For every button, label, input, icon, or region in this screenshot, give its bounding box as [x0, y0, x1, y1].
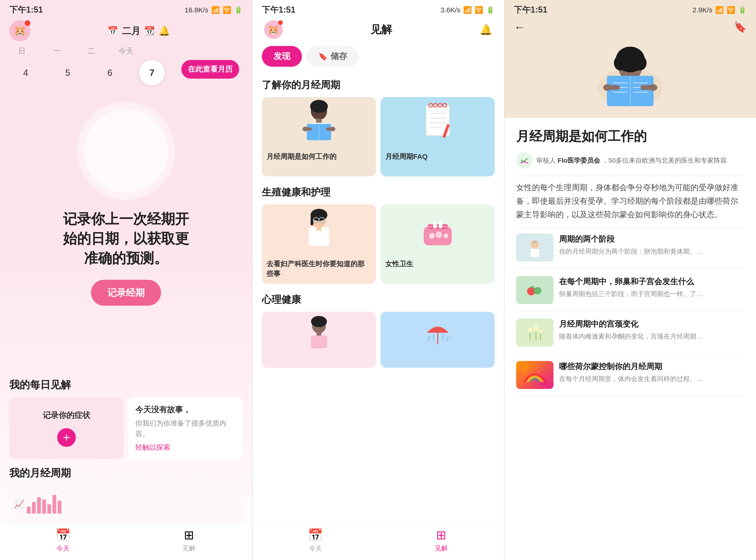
battery-icon-p1: 🔋	[234, 6, 243, 14]
day-tue: 二	[78, 46, 104, 56]
section1-cards: 月经周期是如何工作的	[262, 97, 495, 176]
insights-tabs: 发现 🔖 储存	[253, 44, 504, 72]
week-header: 日 一 二 今天	[0, 46, 252, 60]
nav-insights[interactable]: ⊞ 见解	[126, 528, 252, 553]
section3-title: 心理健康	[262, 293, 495, 306]
network-speed-p2: 3.6K/s	[440, 6, 460, 14]
date-7-today[interactable]: 7	[139, 60, 165, 86]
divider-2	[516, 228, 744, 229]
bar-3	[37, 497, 41, 514]
notebook-illustration	[420, 101, 455, 145]
notification-badge-p1	[25, 20, 30, 26]
main-content: 记录你上一次经期开始的日期，以获取更准确的预测。 记录经期	[0, 88, 252, 373]
svg-point-80	[533, 326, 539, 331]
svg-point-65	[649, 84, 657, 91]
tab-save-label: 储存	[331, 51, 347, 62]
related-item-0[interactable]: 周期的两个阶段 你的月经周期分为两个阶段：卵泡期和黄体期。…	[516, 234, 744, 269]
bar-2	[32, 502, 36, 514]
related-item-2[interactable]: 月经周期中的宫颈变化 随着体内雌激素和孕酮的变化，宫颈在月经周期…	[516, 319, 744, 354]
insights-scroll[interactable]: 了解你的月经周期	[253, 72, 504, 523]
svg-rect-40	[311, 336, 327, 348]
svg-point-82	[539, 329, 542, 333]
nav-insights-p2[interactable]: ⊞ 见解	[378, 528, 504, 553]
tab-save[interactable]: 🔖 储存	[306, 46, 359, 67]
month-nav: 📅 二月 📆 🔔	[35, 24, 243, 37]
related-title-2: 月经周期中的宫颈变化	[559, 319, 744, 330]
no-story-title: 今天没有故事，	[135, 404, 236, 415]
back-button[interactable]: ←	[514, 20, 525, 34]
card2-label: 月经周期FAQ	[381, 148, 495, 165]
article-hero	[504, 34, 756, 118]
mini-bar-chart	[27, 493, 61, 516]
signal-icon-p2: 📶	[463, 6, 472, 14]
time-p2: 下午1:51	[262, 4, 295, 16]
explore-link[interactable]: 轻触以探索	[135, 443, 236, 452]
card-menstrual-cycle[interactable]: 月经周期是如何工作的	[262, 97, 376, 176]
related-desc-1: 卵巢周期包括三个阶段，而子宫周期也一样。了…	[559, 289, 744, 298]
section2-cards: 去看妇产科医生时你要知道的那些事	[262, 204, 495, 284]
status-icons-p3: 2.9K/s 📶 🛜 🔋	[693, 6, 747, 14]
date-5[interactable]: 5	[55, 60, 81, 86]
day-today-label: 今天	[113, 46, 139, 56]
bell-icon-p2[interactable]: 🔔	[479, 24, 492, 36]
doctor-img-0	[523, 237, 546, 258]
main-prediction-text: 记录你上一次经期开始的日期，以获取更准确的预测。	[58, 209, 194, 268]
fruit-img-1	[523, 280, 546, 301]
date-6[interactable]: 6	[97, 60, 123, 86]
rain-illustration	[422, 314, 453, 352]
related-desc-0: 你的月经周期分为两个阶段：卵泡期和黄体期。…	[559, 247, 744, 256]
card-doctor[interactable]: 去看妇产科医生时你要知道的那些事	[262, 204, 376, 284]
related-desc-3: 在每个月经周期里，体内会发生着同样的过程。…	[559, 374, 744, 383]
tab-discover[interactable]: 发现	[262, 46, 302, 67]
related-text-1: 在每个周期中，卵巢和子宫会发生什么 卵巢周期包括三个阶段，而子宫周期也一样。了…	[559, 276, 744, 304]
reviewer-badge	[516, 152, 533, 169]
bell-icon-p1[interactable]: 🔔	[158, 25, 170, 36]
panel-home: 下午1:51 16.8K/s 📶 🛜 🔋 🐹 📅 二月 📆 🔔 日 一 二 今天	[0, 0, 252, 560]
related-item-3[interactable]: 哪些荷尔蒙控制你的月经周期 在每个月经周期里，体内会发生着同样的过程。…	[516, 361, 744, 396]
nav-today[interactable]: 📅 今天	[0, 528, 126, 553]
no-story-card[interactable]: 今天没有故事， 但我们为你准备了很多优质内容。 轻触以探索	[128, 397, 243, 459]
doctor-illustration	[300, 207, 338, 254]
signal-icon-p1: 📶	[211, 6, 220, 14]
today-icon: 📅	[56, 528, 71, 542]
svg-rect-22	[311, 216, 313, 225]
view-calendar-btn[interactable]: 在此查看月历	[181, 60, 239, 79]
related-item-1[interactable]: 在每个周期中，卵巢和子宫会发生什么 卵巢周期包括三个阶段，而子宫周期也一样。了…	[516, 276, 744, 312]
date-4[interactable]: 4	[13, 60, 39, 86]
no-story-body: 但我们为你准备了很多优质内容。	[135, 418, 236, 439]
related-title-0: 周期的两个阶段	[559, 234, 744, 245]
nav-today-p2[interactable]: 📅 今天	[253, 528, 378, 553]
calendar-icon: 📅	[107, 26, 118, 36]
svg-point-9	[330, 127, 335, 132]
svg-rect-36	[439, 221, 442, 228]
card-hygiene[interactable]: 女性卫生	[381, 204, 495, 284]
add-symptom-button[interactable]: +	[57, 428, 76, 447]
related-title-1: 在每个周期中，卵巢和子宫会发生什么	[559, 276, 744, 287]
svg-point-8	[303, 127, 308, 132]
article-body: 女性的每个生理周期，身体都会争分夺秒地为可能的受孕做好准备，即使最后并没有受孕。…	[516, 181, 744, 221]
reviewer-text: 审核人 Flo医学委员会 ，50多位来自欧洲与北美的医生和专家阵容	[536, 156, 727, 165]
wifi-icon-p1: 🛜	[223, 6, 231, 14]
record-period-button[interactable]: 记录经期	[91, 280, 161, 306]
bottom-nav-p1: 📅 今天 ⊞ 见解	[0, 523, 252, 560]
svg-rect-41	[437, 333, 438, 344]
article-content[interactable]: 月经周期是如何工作的 审核人 Flo医学委员会 ，50多位来自欧洲与北美的医生和…	[504, 118, 756, 560]
svg-point-64	[603, 84, 612, 91]
bookmark-button[interactable]: 🔖	[734, 21, 747, 33]
card-mental1-image	[262, 312, 376, 354]
card-mental1[interactable]	[262, 312, 376, 368]
reviewer-org: Flo医学委员会	[558, 157, 600, 164]
status-bar-p2: 下午1:51 3.6K/s 📶 🛜 🔋	[253, 0, 504, 18]
insights-icon-p2: ⊞	[436, 528, 446, 542]
card3-image	[262, 204, 376, 256]
bookmark-icon: 🔖	[318, 52, 327, 61]
symptom-card[interactable]: 记录你的症状 +	[9, 397, 124, 459]
insights-header: 🐹 见解 🔔	[253, 18, 504, 44]
avatar-p2[interactable]: 🐹	[264, 20, 283, 39]
reviewer-desc: ，50多位来自欧洲与北美的医生和专家阵容	[602, 157, 727, 164]
avatar-p1[interactable]: 🐹	[9, 20, 30, 41]
status-icons-p1: 16.8K/s 📶 🛜 🔋	[184, 6, 243, 14]
card3-label: 去看妇产科医生时你要知道的那些事	[262, 256, 376, 282]
card-faq[interactable]: 月经周期FAQ	[381, 97, 495, 176]
card-mental2[interactable]	[381, 312, 495, 368]
